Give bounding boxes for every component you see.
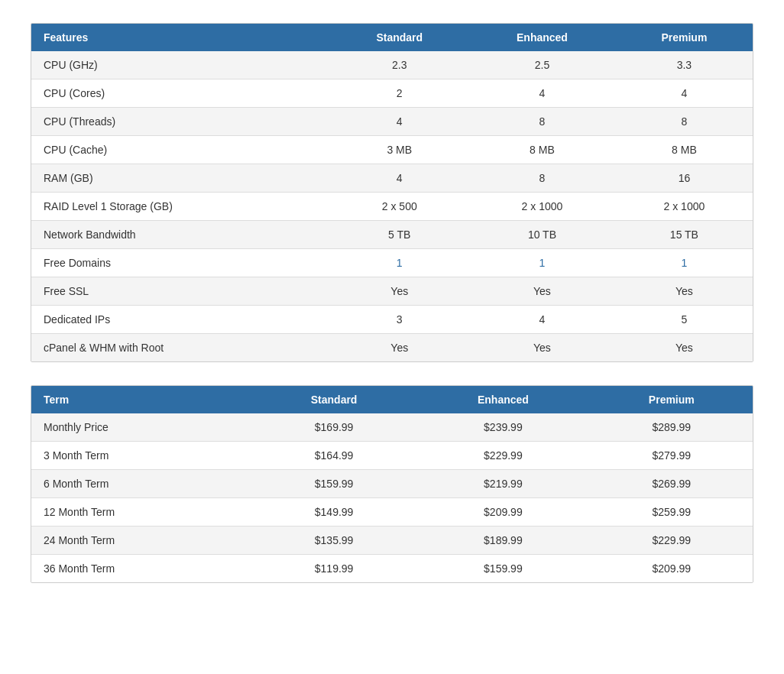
table-cell: 1 (616, 249, 753, 277)
features-header-row: Features Standard Enhanced Premium (31, 24, 753, 51)
table-cell: $149.99 (252, 498, 416, 527)
table-cell: 4 (468, 79, 616, 108)
table-cell: 3 Month Term (31, 442, 252, 470)
table-row: Dedicated IPs345 (31, 306, 753, 334)
table-row: RAM (GB)4816 (31, 164, 753, 193)
table-cell: $135.99 (252, 527, 416, 555)
table-cell: RAM (GB) (31, 164, 330, 193)
table-cell: 2 x 1000 (468, 193, 616, 221)
table-cell: $119.99 (252, 555, 416, 583)
table-cell: Monthly Price (31, 413, 252, 442)
table-cell: 8 MB (616, 136, 753, 164)
table-cell: 2.5 (468, 51, 616, 79)
table-cell: 15 TB (616, 221, 753, 249)
features-header-col-2: Enhanced (468, 24, 616, 51)
table-cell: Dedicated IPs (31, 306, 330, 334)
table-cell: 5 TB (330, 221, 468, 249)
table-cell: Free Domains (31, 249, 330, 277)
table-cell: $279.99 (591, 442, 753, 470)
table-cell: 8 (468, 108, 616, 136)
table-row: Free SSLYesYesYes (31, 277, 753, 306)
pricing-header-col-0: Term (31, 386, 252, 413)
table-cell: Yes (330, 334, 468, 362)
pricing-table: Term Standard Enhanced Premium Monthly P… (31, 386, 753, 582)
table-cell: $239.99 (416, 413, 590, 442)
pricing-table-container: Term Standard Enhanced Premium Monthly P… (31, 385, 753, 583)
table-cell: 16 (616, 164, 753, 193)
table-cell: 24 Month Term (31, 527, 252, 555)
table-cell: 8 (468, 164, 616, 193)
features-table: Features Standard Enhanced Premium CPU (… (31, 24, 753, 361)
table-cell: CPU (Cache) (31, 136, 330, 164)
table-cell: 2.3 (330, 51, 468, 79)
table-cell: 4 (330, 108, 468, 136)
table-cell: 3 MB (330, 136, 468, 164)
table-cell: Yes (616, 277, 753, 306)
table-cell: CPU (GHz) (31, 51, 330, 79)
table-cell: 4 (330, 164, 468, 193)
table-cell: $229.99 (416, 442, 590, 470)
table-row: 3 Month Term$164.99$229.99$279.99 (31, 442, 753, 470)
pricing-header-col-1: Standard (252, 386, 416, 413)
table-cell: 5 (616, 306, 753, 334)
table-cell: $229.99 (591, 527, 753, 555)
table-cell: $209.99 (416, 498, 590, 527)
table-row: CPU (Cache)3 MB8 MB8 MB (31, 136, 753, 164)
table-cell: 8 (616, 108, 753, 136)
table-cell: $219.99 (416, 470, 590, 498)
table-cell: CPU (Cores) (31, 79, 330, 108)
table-cell: $269.99 (591, 470, 753, 498)
table-row: CPU (Cores)244 (31, 79, 753, 108)
table-row: 36 Month Term$119.99$159.99$209.99 (31, 555, 753, 583)
table-cell: 2 x 1000 (616, 193, 753, 221)
table-cell: $189.99 (416, 527, 590, 555)
table-cell: Yes (330, 277, 468, 306)
table-row: 6 Month Term$159.99$219.99$269.99 (31, 470, 753, 498)
table-row: 24 Month Term$135.99$189.99$229.99 (31, 527, 753, 555)
table-cell: 3 (330, 306, 468, 334)
table-row: 12 Month Term$149.99$209.99$259.99 (31, 498, 753, 527)
table-cell: $169.99 (252, 413, 416, 442)
table-cell: 1 (330, 249, 468, 277)
table-cell: $209.99 (591, 555, 753, 583)
table-row: cPanel & WHM with RootYesYesYes (31, 334, 753, 362)
table-cell: 8 MB (468, 136, 616, 164)
features-header-col-3: Premium (616, 24, 753, 51)
table-cell: $259.99 (591, 498, 753, 527)
table-cell: 3.3 (616, 51, 753, 79)
table-cell: 2 x 500 (330, 193, 468, 221)
table-cell: Free SSL (31, 277, 330, 306)
table-cell: 2 (330, 79, 468, 108)
table-cell: CPU (Threads) (31, 108, 330, 136)
table-cell: 12 Month Term (31, 498, 252, 527)
table-cell: 4 (616, 79, 753, 108)
table-cell: Yes (468, 277, 616, 306)
table-cell: RAID Level 1 Storage (GB) (31, 193, 330, 221)
features-header-col-1: Standard (330, 24, 468, 51)
table-cell: 6 Month Term (31, 470, 252, 498)
pricing-header-col-2: Enhanced (416, 386, 590, 413)
table-cell: $159.99 (416, 555, 590, 583)
table-cell: 4 (468, 306, 616, 334)
table-cell: 1 (468, 249, 616, 277)
table-cell: $164.99 (252, 442, 416, 470)
table-cell: cPanel & WHM with Root (31, 334, 330, 362)
pricing-header-col-3: Premium (591, 386, 753, 413)
table-row: Monthly Price$169.99$239.99$289.99 (31, 413, 753, 442)
table-row: Network Bandwidth5 TB10 TB15 TB (31, 221, 753, 249)
table-row: Free Domains111 (31, 249, 753, 277)
table-row: CPU (GHz)2.32.53.3 (31, 51, 753, 79)
table-cell: Network Bandwidth (31, 221, 330, 249)
table-cell: $289.99 (591, 413, 753, 442)
table-cell: Yes (616, 334, 753, 362)
pricing-header-row: Term Standard Enhanced Premium (31, 386, 753, 413)
table-cell: Yes (468, 334, 616, 362)
table-cell: 10 TB (468, 221, 616, 249)
table-row: RAID Level 1 Storage (GB)2 x 5002 x 1000… (31, 193, 753, 221)
table-cell: 36 Month Term (31, 555, 252, 583)
features-table-container: Features Standard Enhanced Premium CPU (… (31, 23, 753, 362)
table-row: CPU (Threads)488 (31, 108, 753, 136)
features-header-col-0: Features (31, 24, 330, 51)
table-cell: $159.99 (252, 470, 416, 498)
